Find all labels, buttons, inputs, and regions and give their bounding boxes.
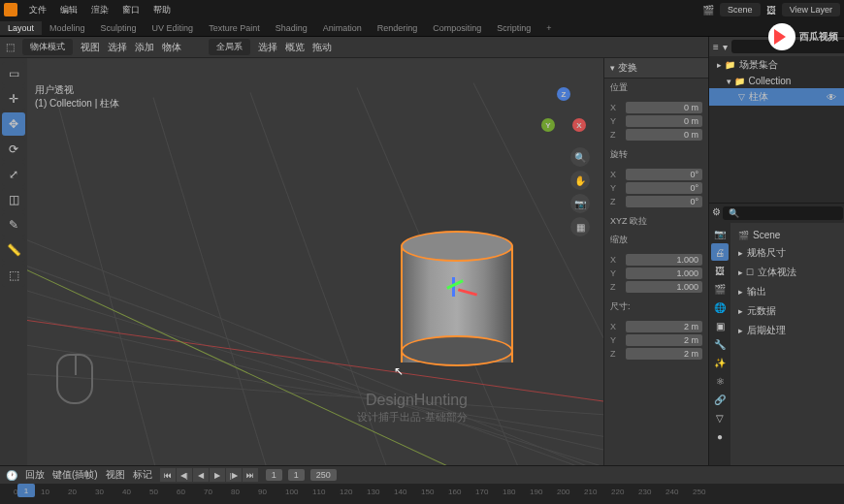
tl-keyframe-prev[interactable]: ◀| [177,468,192,482]
n-panel-title[interactable]: ▾ 变换 [604,58,708,79]
viewport-3d[interactable]: 用户透视 (1) Collection | 柱体 ↖ X Y Z [27,58,603,465]
tool-select-box[interactable]: ▭ [2,62,25,85]
rotation-x[interactable]: 0° [626,169,702,180]
tab-modifiers[interactable]: 🔧 [711,335,729,353]
workspace-compositing[interactable]: Compositing [425,21,489,35]
rotation-z[interactable]: 0° [626,196,702,207]
axis-z-dot[interactable]: Z [557,87,570,101]
workspace-shading[interactable]: Shading [268,21,315,35]
menu-edit[interactable]: 编辑 [54,2,83,18]
axis-y-dot[interactable]: Y [541,118,555,132]
outliner-editor-icon[interactable]: ≡ [713,42,719,52]
zoom-icon[interactable]: 🔍 [570,147,590,167]
dim-z[interactable]: 2 m [626,348,702,360]
menu-window[interactable]: 窗口 [116,2,146,18]
menu-help[interactable]: 帮助 [147,2,177,18]
properties-search[interactable] [723,206,843,220]
tl-keying[interactable]: 键值(插帧) [52,468,98,482]
orbit-gizmo[interactable]: X Y Z [536,85,590,140]
tab-physics[interactable]: ⚛ [711,372,729,390]
workspace-uv[interactable]: UV Editing [145,21,202,35]
tool-add-primitive[interactable]: ⬚ [2,264,25,287]
dim-x[interactable]: 2 m [626,321,702,332]
workspace-animation[interactable]: Animation [315,21,370,35]
pivot-sel[interactable]: 选择 [258,41,277,54]
outliner-object-cylinder[interactable]: ▽ 柱体 👁 [709,88,844,106]
tab-particles[interactable]: ✨ [711,354,729,371]
tab-render[interactable]: 📷 [711,225,729,242]
prop-metadata[interactable]: ▸ 元数据 [734,301,840,321]
select-menu[interactable]: 选择 [108,41,127,54]
pivot-over[interactable]: 概览 [285,41,305,54]
workspace-texpaint[interactable]: Texture Paint [201,21,268,35]
outliner-collection[interactable]: ▾ 📁 Collection [709,74,844,88]
tab-viewlayer[interactable]: 🖼 [711,262,729,279]
prop-output[interactable]: ▸ 输出 [734,282,840,301]
scale-y[interactable]: 1.000 [626,268,702,279]
add-menu[interactable]: 添加 [135,41,154,54]
tl-keyframe-next[interactable]: |▶ [226,468,242,482]
dim-y[interactable]: 2 m [626,334,702,346]
menu-file[interactable]: 文件 [23,2,52,18]
object-menu[interactable]: 物体 [162,41,181,54]
start-frame[interactable]: 1 [288,469,305,481]
scene-selector[interactable]: Scene [720,3,761,16]
tl-jump-end[interactable]: ⏭ [243,468,258,482]
outliner-filter-icon[interactable]: ▾ [723,42,728,52]
tab-output[interactable]: 🖨 [711,243,729,261]
orientation-selector[interactable]: 全局系 [209,39,250,55]
props-editor-icon[interactable]: ⚙ [712,206,721,220]
tool-annotate[interactable]: ✎ [2,213,25,236]
viewlayer-selector[interactable]: View Layer [782,3,840,16]
location-z[interactable]: 0 m [626,129,702,141]
prop-stereo[interactable]: ▸ ☐ 立体视法 [734,263,840,282]
view-menu[interactable]: 视图 [81,41,100,54]
prop-dimensions[interactable]: ▸ 规格尺寸 [734,243,840,263]
scene-name-field[interactable]: 🎬 Scene [734,227,840,243]
scale-z[interactable]: 1.000 [626,281,702,293]
pan-icon[interactable]: ✋ [570,171,590,190]
workspace-add[interactable]: + [538,21,559,35]
tool-measure[interactable]: 📏 [2,238,25,262]
workspace-modeling[interactable]: Modeling [42,21,93,35]
workspace-sculpting[interactable]: Sculpting [93,21,145,35]
workspace-layout[interactable]: Layout [0,21,42,35]
timeline-editor-icon[interactable]: 🕐 [6,470,17,481]
axis-x-dot[interactable]: X [572,118,586,132]
tab-object[interactable]: ▣ [711,317,729,334]
tool-transform[interactable]: ◫ [2,188,25,211]
tool-scale[interactable]: ⤢ [2,163,25,186]
playhead[interactable]: 1 [17,484,35,497]
prop-postprocess[interactable]: ▸ 后期处理 [734,321,840,340]
workspace-rendering[interactable]: Rendering [370,21,426,35]
tool-rotate[interactable]: ⟳ [2,138,25,161]
tl-play-reverse[interactable]: ◀ [193,468,209,482]
tl-play[interactable]: ▶ [210,468,225,482]
tab-material[interactable]: ● [711,427,729,445]
persp-icon[interactable]: ▦ [570,217,590,236]
tool-move[interactable]: ✥ [2,112,25,136]
rotation-y[interactable]: 0° [626,182,702,194]
mode-selector[interactable]: 物体模式 [22,39,73,55]
tl-jump-start[interactable]: ⏮ [160,468,176,482]
tl-playback[interactable]: 回放 [25,468,45,482]
camera-icon[interactable]: 📷 [570,194,590,213]
current-frame[interactable]: 1 [266,469,282,481]
rotation-mode[interactable]: XYZ 欧拉 [604,212,708,231]
tab-data[interactable]: ▽ [711,409,729,426]
tab-scene[interactable]: 🎬 [711,280,729,298]
editor-type-icon[interactable]: ⬚ [6,42,15,52]
location-x[interactable]: 0 m [626,102,702,113]
move-gizmo[interactable] [442,289,466,312]
scale-x[interactable]: 1.000 [626,254,702,266]
end-frame[interactable]: 250 [310,469,337,481]
tl-view[interactable]: 视图 [106,468,125,482]
outliner-scene-collection[interactable]: ▸ 📁 场景集合 [709,56,844,74]
tab-constraints[interactable]: 🔗 [711,391,729,408]
timeline-ruler[interactable]: 1 01020304050607080901001101201301401501… [0,484,844,504]
tl-marker[interactable]: 标记 [133,468,152,482]
tool-cursor[interactable]: ✛ [2,87,25,110]
menu-render[interactable]: 渲染 [85,2,114,18]
workspace-scripting[interactable]: Scripting [489,21,538,35]
tab-world[interactable]: 🌐 [711,299,729,316]
